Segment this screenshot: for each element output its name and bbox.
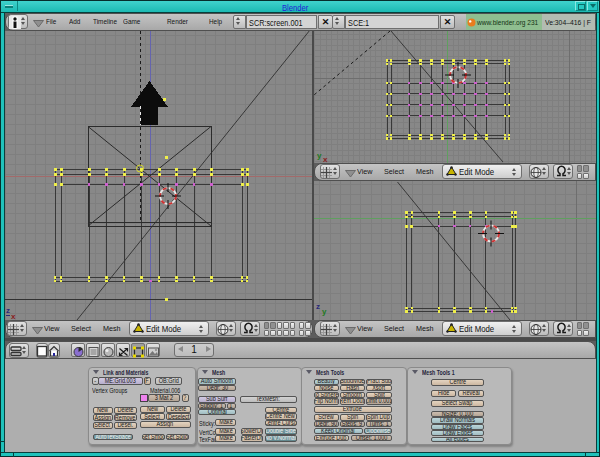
svg-text:y: y [322,307,327,316]
svg-text:y: y [317,151,322,160]
svg-text:z: z [6,306,10,315]
svg-text:z: z [316,302,320,311]
svg-text:x: x [11,312,16,320]
svg-text:x: x [323,155,328,163]
